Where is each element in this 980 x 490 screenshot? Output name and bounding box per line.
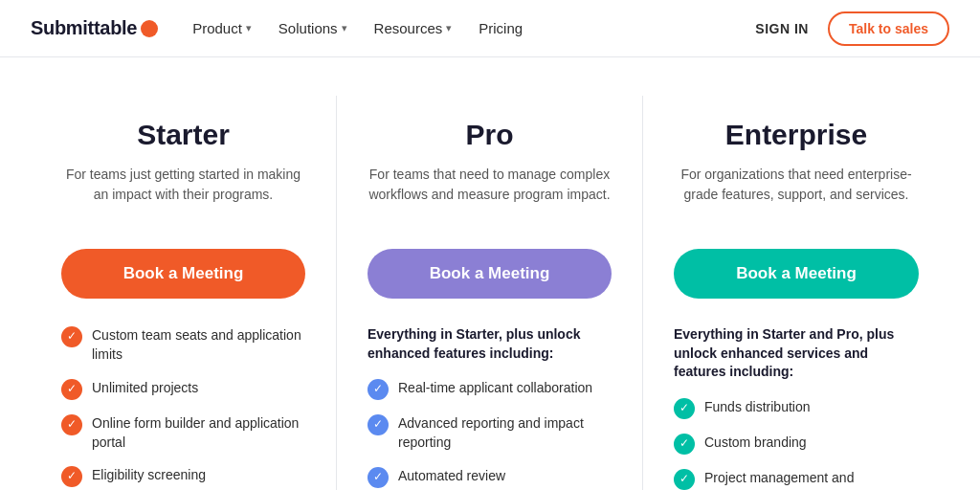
- feature-list: ✓ Real-time applicant collaboration ✓ Ad…: [368, 378, 612, 488]
- feature-text: Real-time applicant collaboration: [398, 378, 592, 397]
- nav-item-pricing[interactable]: Pricing: [479, 20, 523, 36]
- nav-label: Solutions: [278, 20, 338, 36]
- check-icon: ✓: [674, 434, 695, 455]
- logo-icon: [141, 20, 158, 37]
- nav-label: Pricing: [479, 20, 523, 36]
- feature-item: ✓ Eligibility screening: [61, 465, 305, 487]
- plan-description: For organizations that need enterprise-g…: [674, 165, 919, 222]
- check-icon: ✓: [61, 379, 82, 400]
- pricing-section: Starter For teams just getting started i…: [0, 57, 980, 490]
- feature-text: Funds distribution: [704, 397, 811, 416]
- feature-item: ✓ Custom branding: [674, 433, 919, 455]
- check-icon: ✓: [61, 414, 82, 435]
- feature-text: Automated review: [398, 466, 505, 485]
- feature-list: ✓ Funds distribution ✓ Custom branding ✓…: [674, 397, 919, 490]
- feature-item: ✓ Custom team seats and application limi…: [61, 325, 305, 365]
- plan-col-enterprise: Enterprise For organizations that need e…: [643, 96, 949, 490]
- plan-feature-intro: Everything in Starter and Pro, plus unlo…: [674, 325, 919, 382]
- feature-list: ✓ Custom team seats and application limi…: [61, 325, 305, 490]
- plan-title: Starter: [137, 119, 230, 151]
- navbar: Submittable Product▾Solutions▾Resources▾…: [0, 0, 980, 57]
- feature-text: Custom team seats and application limits: [92, 325, 305, 365]
- feature-text: Project management and professional serv…: [704, 468, 919, 490]
- check-icon: ✓: [368, 414, 389, 435]
- check-icon: ✓: [368, 379, 389, 400]
- feature-text: Eligibility screening: [92, 465, 206, 484]
- feature-item: ✓ Advanced reporting and impact reportin…: [368, 413, 612, 453]
- feature-item: ✓ Unlimited projects: [61, 378, 305, 400]
- plan-col-starter: Starter For teams just getting started i…: [31, 96, 337, 490]
- book-meeting-button[interactable]: Book a Meeting: [61, 249, 305, 299]
- feature-text: Online form builder and application port…: [92, 413, 305, 453]
- nav-item-resources[interactable]: Resources▾: [374, 20, 453, 36]
- chevron-down-icon: ▾: [342, 22, 347, 34]
- feature-item: ✓ Automated review: [368, 466, 612, 488]
- check-icon: ✓: [674, 469, 695, 490]
- nav-label: Product: [192, 20, 242, 36]
- plan-col-pro: Pro For teams that need to manage comple…: [337, 96, 643, 490]
- sign-in-button[interactable]: SIGN IN: [755, 21, 809, 36]
- book-meeting-button[interactable]: Book a Meeting: [674, 249, 919, 299]
- nav-item-product[interactable]: Product▾: [192, 20, 252, 36]
- check-icon: ✓: [368, 467, 389, 488]
- nav-label: Resources: [374, 20, 443, 36]
- navbar-actions: SIGN IN Talk to sales: [755, 11, 949, 46]
- check-icon: ✓: [674, 398, 695, 419]
- feature-item: ✓ Funds distribution: [674, 397, 919, 419]
- logo-text: Submittable: [31, 17, 137, 39]
- feature-item: ✓ Online form builder and application po…: [61, 413, 305, 453]
- nav-item-solutions[interactable]: Solutions▾: [278, 20, 347, 36]
- plan-description: For teams just getting started in making…: [61, 165, 305, 222]
- feature-item: ✓ Project management and professional se…: [674, 468, 919, 490]
- feature-text: Unlimited projects: [92, 378, 198, 397]
- logo[interactable]: Submittable: [31, 17, 158, 39]
- check-icon: ✓: [61, 326, 82, 347]
- check-icon: ✓: [61, 466, 82, 487]
- plan-title: Pro: [465, 119, 513, 151]
- chevron-down-icon: ▾: [246, 22, 252, 34]
- feature-text: Advanced reporting and impact reporting: [398, 413, 612, 453]
- nav-links: Product▾Solutions▾Resources▾Pricing: [192, 20, 755, 36]
- plan-title: Enterprise: [725, 119, 867, 151]
- chevron-down-icon: ▾: [446, 22, 452, 34]
- plan-description: For teams that need to manage complex wo…: [368, 165, 612, 222]
- feature-item: ✓ Real-time applicant collaboration: [368, 378, 612, 400]
- talk-to-sales-button[interactable]: Talk to sales: [828, 11, 949, 46]
- book-meeting-button[interactable]: Book a Meeting: [368, 249, 612, 299]
- plan-feature-intro: Everything in Starter, plus unlock enhan…: [368, 325, 612, 363]
- feature-text: Custom branding: [704, 433, 807, 452]
